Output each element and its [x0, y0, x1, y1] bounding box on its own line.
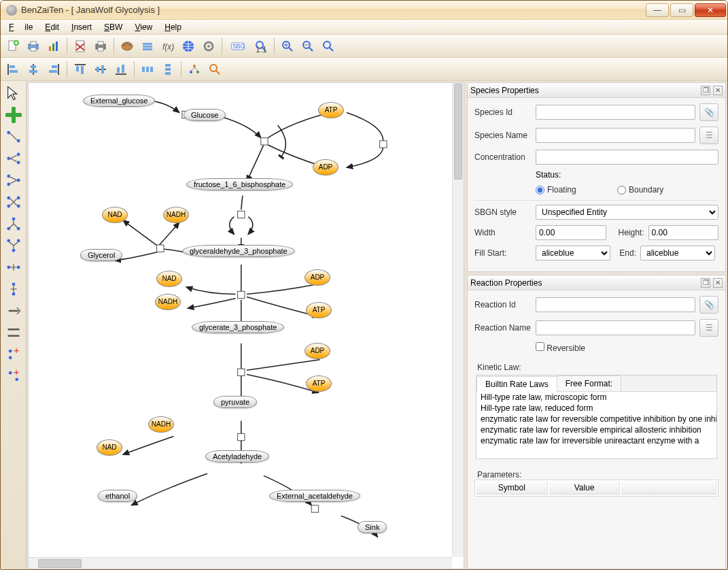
- fill-end-select[interactable]: aliceblue: [640, 246, 715, 261]
- align-center-h-icon[interactable]: [24, 60, 43, 79]
- height-input[interactable]: [648, 225, 719, 240]
- new-doc-icon[interactable]: [3, 37, 22, 56]
- close-button[interactable]: ✕: [695, 3, 726, 17]
- fx-icon[interactable]: f(x): [158, 37, 177, 56]
- zoom-fit-icon[interactable]: [319, 37, 338, 56]
- species-name-input[interactable]: [536, 128, 695, 143]
- maximize-button[interactable]: ▭: [670, 3, 693, 17]
- align-left-icon[interactable]: [3, 60, 22, 79]
- reversible-checkbox[interactable]: Reversible: [536, 342, 593, 353]
- reaction-id-input[interactable]: [536, 297, 695, 312]
- align-right-icon[interactable]: [44, 60, 63, 79]
- node-gap[interactable]: glyceraldehyde_3_phosphate: [182, 245, 295, 257]
- canvas-scrollbar-horizontal[interactable]: [29, 557, 452, 569]
- zoom-11-icon[interactable]: 1:1: [252, 37, 271, 56]
- reaction12-tool-icon[interactable]: +: [5, 368, 22, 384]
- tab-builtin[interactable]: Builtin Rate Laws: [476, 376, 557, 392]
- node-nad-2[interactable]: NAD: [156, 271, 182, 287]
- node-ethanol[interactable]: ethanol: [98, 490, 137, 502]
- reaction-name-input[interactable]: [536, 320, 695, 335]
- reaction5-tool-icon[interactable]: [5, 216, 22, 232]
- node-nadh-2[interactable]: NADH: [155, 294, 181, 310]
- width-input[interactable]: [536, 225, 606, 240]
- node-g3p[interactable]: glycerate_3_phosphate: [192, 321, 284, 333]
- node-nadh-1[interactable]: NADH: [163, 207, 189, 223]
- node-atp-1[interactable]: ATP: [318, 102, 344, 118]
- diagram-canvas[interactable]: External_glucose Glucose ATP ADP fructos…: [28, 82, 464, 569]
- menu-file[interactable]: File: [3, 21, 38, 33]
- distribute-h-icon[interactable]: [138, 60, 157, 79]
- zoom-in-icon[interactable]: [278, 37, 297, 56]
- node-external-glucose[interactable]: External_glucose: [83, 95, 155, 107]
- node-glucose[interactable]: Glucose: [184, 109, 226, 121]
- species-id-input[interactable]: [536, 105, 695, 120]
- boundary-radio[interactable]: Boundary: [617, 185, 674, 195]
- gear-icon[interactable]: [199, 37, 218, 56]
- node-adp-3[interactable]: ADP: [305, 343, 330, 359]
- reaction9-tool-icon[interactable]: [5, 303, 22, 319]
- search-icon[interactable]: [205, 60, 224, 79]
- node-atp-3[interactable]: ATP: [306, 375, 332, 392]
- distribute-v-icon[interactable]: [158, 60, 177, 79]
- node-fbp[interactable]: fructose_1_6_bisphosphate: [186, 178, 293, 190]
- species-id-attach-icon[interactable]: 📎: [699, 103, 718, 121]
- node-acet[interactable]: Acetyladehyde: [205, 450, 269, 463]
- reaction10-tool-icon[interactable]: [5, 324, 22, 341]
- add-tool-icon[interactable]: [5, 107, 22, 123]
- floating-radio[interactable]: Floating: [536, 185, 593, 195]
- reaction7-tool-icon[interactable]: [5, 259, 22, 275]
- reaction4-tool-icon[interactable]: [5, 194, 22, 210]
- canvas-scrollbar-vertical[interactable]: [452, 83, 464, 557]
- pdf-icon[interactable]: [71, 37, 90, 56]
- node-nad-1[interactable]: NAD: [102, 207, 128, 223]
- reaction3-tool-icon[interactable]: [5, 172, 22, 188]
- list-item[interactable]: enzymatic rate law for reversible compet…: [476, 414, 716, 424]
- reaction-id-attach-icon[interactable]: 📎: [699, 296, 718, 314]
- cursor-tool-icon[interactable]: [5, 85, 22, 101]
- rate-laws-list[interactable]: Hill-type rate law, microscopic form Hil…: [476, 392, 716, 458]
- menu-sbw[interactable]: SBW: [99, 21, 128, 33]
- menu-insert[interactable]: Insert: [66, 21, 97, 33]
- node-ext-acet[interactable]: External_acetaldehyde: [269, 490, 360, 502]
- node-nad-3[interactable]: NAD: [97, 439, 122, 456]
- reaction-tool-icon[interactable]: [5, 129, 22, 145]
- align-top-icon[interactable]: [71, 60, 90, 79]
- reaction11-tool-icon[interactable]: +: [5, 346, 22, 363]
- align-bottom-icon[interactable]: [111, 60, 131, 79]
- node-atp-2[interactable]: ATP: [306, 302, 332, 318]
- zoom-out-icon[interactable]: [298, 37, 317, 56]
- fill-start-select[interactable]: aliceblue: [536, 246, 610, 261]
- reaction6-tool-icon[interactable]: [5, 237, 22, 254]
- minimize-button[interactable]: —: [646, 3, 669, 17]
- menu-view[interactable]: View: [129, 21, 158, 33]
- list-item[interactable]: Hill-type rate law, reduced form: [476, 403, 716, 414]
- tab-free-format[interactable]: Free Format:: [557, 375, 621, 391]
- print-icon[interactable]: [24, 37, 43, 56]
- list-item[interactable]: enzymatic rate law for irreversible unir…: [476, 435, 716, 446]
- node-pyruvate[interactable]: pyruvate: [213, 396, 257, 408]
- sbgn-icon[interactable]: SBGN: [226, 37, 250, 56]
- sbgn-select[interactable]: Unspecified Entity: [536, 205, 718, 220]
- menu-help[interactable]: Help: [159, 21, 187, 33]
- reaction-name-action-icon[interactable]: ☰: [699, 319, 718, 337]
- node-glycerol[interactable]: Glycerol: [80, 249, 122, 261]
- node-nadh-3[interactable]: NADH: [148, 416, 174, 433]
- layout-icon[interactable]: [185, 60, 204, 79]
- concentration-input[interactable]: [536, 150, 718, 165]
- reaction2-tool-icon[interactable]: [5, 150, 22, 167]
- palette-icon[interactable]: [118, 37, 137, 56]
- panel-close-icon[interactable]: ✕: [713, 278, 723, 288]
- node-adp-1[interactable]: ADP: [313, 159, 339, 175]
- node-sink[interactable]: Sink: [358, 521, 387, 533]
- list-item[interactable]: enzymatic rate law for reversible empiri…: [476, 424, 716, 435]
- panel-close-icon[interactable]: ✕: [713, 86, 723, 95]
- align-middle-icon[interactable]: [91, 60, 110, 79]
- print2-icon[interactable]: [91, 37, 110, 56]
- reaction8-tool-icon[interactable]: [5, 281, 22, 297]
- globe-icon[interactable]: [179, 37, 198, 56]
- list-item[interactable]: Hill-type rate law, microscopic form: [476, 392, 716, 403]
- chart-icon[interactable]: [44, 37, 63, 56]
- menu-edit[interactable]: Edit: [39, 21, 65, 33]
- file-stack-icon[interactable]: [138, 37, 157, 56]
- panel-undock-icon[interactable]: ❐: [701, 86, 710, 95]
